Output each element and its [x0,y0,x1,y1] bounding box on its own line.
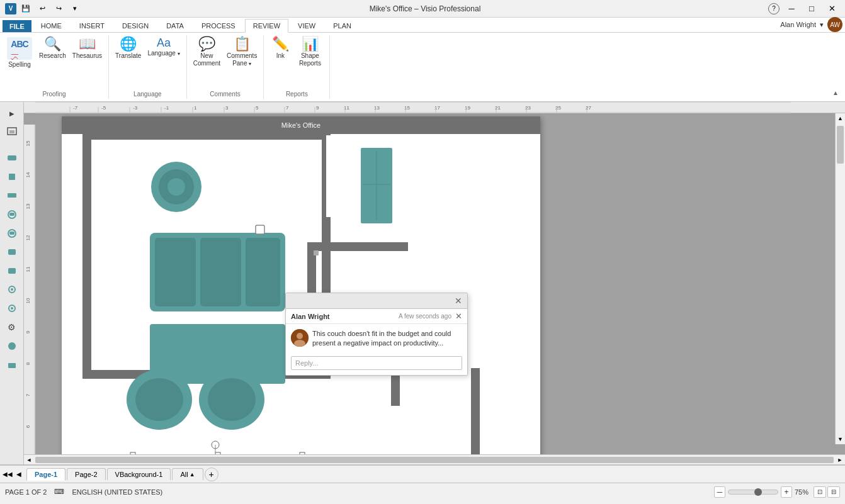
research-btn[interactable]: 🔍 Research [37,35,69,62]
language-group-label: Language [109,91,186,99]
sidebar-page-navigator[interactable] [3,123,21,141]
comment-body: This couch doesn't fit in the budget and… [286,324,467,354]
page-tab-bar: ◀◀ ◀ Page-1 Page-2 VBackground-1 All ▲ + [0,465,845,483]
tab-first-btn[interactable]: ◀◀ [3,469,13,479]
tab-data[interactable]: DATA [158,19,192,32]
svg-rect-17 [35,102,791,113]
ink-btn[interactable]: ✏️ Ink [268,35,293,62]
add-page-btn[interactable]: + [205,468,218,481]
translate-label: Translate [115,52,141,60]
fit-width-btn[interactable]: ⊟ [827,486,840,498]
comment-thread-header: Alan Wright A few seconds ago ✕ [286,309,467,324]
canvas-scroll-area[interactable]: 15 14 13 12 11 10 9 8 7 6 5 4 3 [24,113,845,454]
svg-text:13: 13 [374,105,380,111]
scroll-thumb-v[interactable] [837,126,844,164]
comment-thread-close-btn[interactable]: ✕ [455,311,462,321]
page-tab-all[interactable]: All ▲ [172,468,203,480]
tab-plan[interactable]: PLAN [325,19,360,32]
minimize-ribbon-btn[interactable]: ▲ [830,87,841,99]
sidebar-shape-tool-6[interactable] [3,243,21,260]
page-tab-1[interactable]: Page-1 [26,468,65,481]
scroll-thumb-h[interactable] [35,457,834,463]
sidebar-shape-tool-3[interactable] [3,186,21,204]
save-quick-btn[interactable]: 💾 [19,2,33,16]
sidebar-shape-tool-1[interactable] [3,148,21,166]
sidebar-shape-tool-9[interactable] [3,300,21,317]
svg-text:9: 9 [25,330,31,333]
sidebar-expand-btn[interactable]: ▶ [3,104,21,122]
zoom-out-btn[interactable]: ─ [714,486,725,498]
svg-text:-3: -3 [133,105,138,111]
restore-window-btn[interactable]: □ [803,1,820,17]
language-items: 🌐 Translate Aa Language ▾ [113,35,183,99]
tab-file[interactable]: FILE [3,20,31,32]
sidebar-shape-tool-8[interactable] [3,281,21,298]
tab-design[interactable]: DESIGN [114,19,157,32]
page-tab-2[interactable]: Page-2 [67,468,105,480]
title-bar-left: V 💾 ↩ ↪ ▾ [5,2,82,16]
user-name: Alan Wright [780,21,816,28]
translate-btn[interactable]: 🌐 Translate [113,35,144,62]
svg-rect-6 [9,213,14,216]
sidebar-shape-tool-7[interactable] [3,262,21,279]
comment-time: A few seconds ago [399,313,451,320]
user-info[interactable]: Alan Wright ▾ AW [780,17,842,32]
spelling-btn[interactable]: ABC~~~ Spelling [4,35,35,70]
tab-insert[interactable]: INSERT [71,19,113,32]
sidebar-shape-tool-2[interactable] [3,167,21,185]
ribbon-group-proofing: ABC~~~ Spelling 🔍 Research 📖 Thesaurus P… [0,35,109,99]
ribbon-tab-bar: FILE HOME INSERT DESIGN DATA PROCESS REV… [0,18,845,33]
sidebar-tool-circle[interactable] [3,337,21,355]
comment-author: Alan Wright [291,313,330,320]
scroll-up-btn[interactable]: ▲ [836,113,845,123]
tab-home[interactable]: HOME [33,19,70,32]
help-btn[interactable]: ? [768,3,780,14]
tab-process[interactable]: PROCESS [193,19,244,32]
language-btn[interactable]: Aa Language ▾ [145,35,182,59]
new-comment-btn[interactable]: 💬 NewComment [191,35,223,69]
more-quick-access[interactable]: ▾ [68,2,82,16]
zoom-slider[interactable] [728,490,778,495]
svg-rect-100 [215,452,220,454]
shape-reports-btn[interactable]: 📊 ShapeReports [294,35,326,69]
svg-text:15: 15 [404,105,410,111]
tab-review[interactable]: REVIEW [245,19,288,33]
sidebar-shape-tool-5[interactable] [3,224,21,242]
page-tab-vbg[interactable]: VBackground-1 [107,468,171,480]
svg-rect-76 [471,368,480,454]
svg-rect-1 [9,130,14,133]
tab-prev-btn[interactable]: ◀ [14,469,24,479]
scroll-right-btn[interactable]: ► [835,455,845,465]
svg-rect-2 [8,155,16,160]
svg-rect-74 [307,242,408,251]
svg-text:21: 21 [495,105,501,111]
zoom-slider-thumb[interactable] [754,488,762,496]
comment-panel-close-btn[interactable]: ✕ [453,296,463,306]
sidebar-tool-gear[interactable]: ⚙ [3,318,21,336]
svg-text:10: 10 [25,298,31,303]
comments-pane-btn[interactable]: 📋 CommentsPane ▾ [224,35,259,69]
comment-reply-input[interactable]: Reply... [291,356,462,370]
shape-reports-label: ShapeReports [299,52,321,67]
sidebar-shape-tool-4[interactable] [3,205,21,223]
scroll-down-btn[interactable]: ▼ [836,434,845,444]
tab-view[interactable]: VIEW [290,19,324,32]
status-bar-right: ─ + 75% ⊡ ⊟ [714,486,840,498]
undo-btn[interactable]: ↩ [35,2,49,16]
fit-page-btn[interactable]: ⊡ [814,486,826,498]
reports-group-label: Reports [264,91,329,99]
research-label: Research [39,52,66,60]
minimize-window-btn[interactable]: ─ [783,1,800,17]
close-window-btn[interactable]: ✕ [824,1,840,17]
vertical-scrollbar[interactable]: ▲ ▼ [835,113,845,444]
redo-btn[interactable]: ↪ [52,2,65,16]
page-info: PAGE 1 OF 2 [5,488,47,496]
scroll-left-btn[interactable]: ◄ [24,455,34,465]
left-sidebar: ▶ ⚙ [0,102,24,464]
svg-rect-3 [9,174,15,180]
sidebar-tool-last[interactable] [3,356,21,374]
thesaurus-btn[interactable]: 📖 Thesaurus [70,35,105,62]
svg-rect-16 [8,363,16,368]
zoom-in-btn[interactable]: + [781,486,792,498]
horizontal-scrollbar[interactable]: ◄ ► [24,454,845,464]
